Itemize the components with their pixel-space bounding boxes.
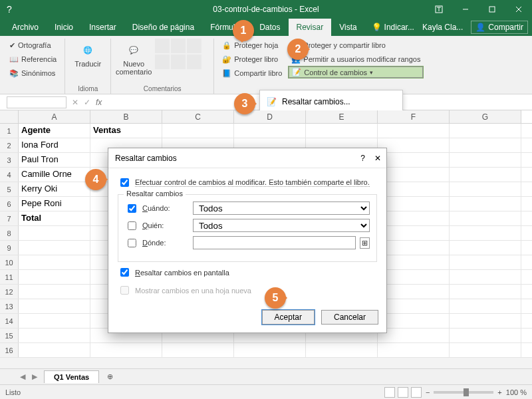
prev-comment-icon[interactable] [171, 39, 186, 53]
grid-row[interactable]: 16 [0, 343, 532, 358]
col-header-c[interactable]: C [162, 110, 234, 123]
cell[interactable] [450, 314, 521, 328]
row-header[interactable]: 13 [0, 299, 19, 313]
zoom-slider[interactable] [434, 391, 493, 394]
cell[interactable] [19, 299, 90, 313]
cell[interactable] [378, 182, 450, 196]
cell[interactable] [378, 226, 450, 240]
cell[interactable] [378, 329, 450, 342]
cell[interactable]: Agente [19, 124, 90, 138]
delete-comment-icon[interactable] [155, 39, 170, 53]
help-icon[interactable]: ? [7, 4, 12, 15]
cell[interactable] [378, 124, 450, 138]
cell[interactable] [450, 153, 521, 167]
when-select[interactable]: Todos [193, 201, 370, 215]
row-header[interactable]: 5 [0, 182, 19, 196]
show-ink-icon[interactable] [187, 55, 201, 69]
col-header-e[interactable]: E [306, 110, 378, 123]
row-header[interactable]: 14 [0, 314, 19, 328]
tab-inicio[interactable]: Inicio [47, 19, 81, 36]
tab-nav-next-icon[interactable]: ▶ [32, 372, 37, 381]
cell[interactable] [90, 343, 162, 357]
row-header[interactable]: 8 [0, 226, 19, 240]
select-all-corner[interactable] [0, 110, 19, 123]
maximize-button[interactable] [479, 0, 505, 19]
zoom-in-button[interactable]: + [497, 388, 501, 396]
ribbon-options-icon[interactable] [426, 0, 452, 19]
cell[interactable] [450, 255, 521, 269]
cell[interactable] [450, 211, 521, 225]
cell[interactable] [378, 314, 450, 328]
cell[interactable] [378, 343, 450, 357]
who-checkbox[interactable] [128, 221, 136, 230]
cell[interactable]: Paul Tron [19, 153, 90, 167]
synonyms-button[interactable]: 📚Sinónimos [7, 66, 59, 80]
view-normal-icon[interactable] [384, 387, 395, 398]
protect-sheet-button[interactable]: 🔒Proteger hoja [219, 39, 285, 52]
tab-insertar[interactable]: Insertar [81, 19, 124, 36]
row-header[interactable]: 11 [0, 270, 19, 284]
row-header[interactable]: 6 [0, 197, 19, 211]
cell[interactable] [450, 182, 521, 196]
tab-diseno[interactable]: Diseño de página [124, 19, 202, 36]
cell[interactable] [378, 197, 450, 211]
fx-icon[interactable]: fx [96, 98, 102, 107]
cell[interactable] [19, 343, 90, 357]
row-header[interactable]: 16 [0, 343, 19, 357]
row-header[interactable]: 3 [0, 153, 19, 167]
minimize-button[interactable] [452, 0, 479, 19]
cell[interactable] [378, 270, 450, 284]
close-button[interactable] [505, 0, 532, 19]
row-header[interactable]: 9 [0, 241, 19, 255]
tab-vista[interactable]: Vista [331, 19, 364, 36]
tab-nav-prev-icon[interactable]: ◀ [20, 372, 25, 381]
cell[interactable] [306, 343, 378, 357]
cell[interactable] [19, 226, 90, 240]
comment-nav-buttons[interactable] [155, 39, 208, 69]
cell[interactable] [19, 241, 90, 255]
row-header[interactable]: 15 [0, 329, 19, 342]
row-header[interactable]: 10 [0, 255, 19, 269]
spelling-button[interactable]: ✔Ortografía [7, 39, 59, 52]
view-page-break-icon[interactable] [411, 387, 422, 398]
view-page-layout-icon[interactable] [398, 387, 408, 398]
row-header[interactable]: 7 [0, 211, 19, 225]
track-changes-button[interactable]: 📝Control de cambios▾ [289, 66, 423, 78]
tell-me[interactable]: 💡 Indicar... [372, 23, 414, 32]
cell[interactable] [378, 168, 450, 182]
add-sheet-button[interactable]: ⊕ [102, 370, 118, 383]
cell[interactable]: Kerry Oki [19, 182, 90, 196]
next-comment-icon[interactable] [187, 39, 201, 53]
grid-row[interactable]: 1AgenteVentas [0, 124, 532, 138]
cell[interactable] [450, 197, 521, 211]
share-book-button[interactable]: 📘Compartir libro [219, 66, 285, 80]
new-comment-button[interactable]: 💬 Nuevo comentario [116, 39, 151, 76]
translate-button[interactable]: 🌐 Traducir [70, 39, 105, 68]
account-name[interactable]: Kayla Cla... [422, 23, 463, 32]
cell[interactable] [450, 285, 521, 299]
cell[interactable] [450, 299, 521, 313]
highlight-on-screen-checkbox[interactable] [120, 268, 129, 277]
cell[interactable]: Total [19, 211, 90, 225]
menu-highlight-changes[interactable]: 📝 Resaltar cambios... [260, 94, 402, 109]
show-all-comments-icon[interactable] [171, 55, 186, 69]
when-checkbox[interactable] [128, 204, 136, 213]
cell[interactable] [378, 299, 450, 313]
cell[interactable] [162, 343, 234, 357]
show-comment-icon[interactable] [155, 55, 170, 69]
cell[interactable] [450, 124, 521, 138]
zoom-out-button[interactable]: − [426, 388, 430, 396]
cell[interactable]: Camille Orne [19, 168, 90, 182]
row-header[interactable]: 1 [0, 124, 19, 138]
protect-book-button[interactable]: 🔐Proteger libro [219, 53, 285, 66]
ok-button[interactable]: Aceptar [262, 310, 315, 325]
cell[interactable] [378, 153, 450, 167]
where-input[interactable] [193, 236, 356, 249]
row-header[interactable]: 2 [0, 138, 19, 152]
enter-formula-icon[interactable]: ✓ [84, 98, 90, 107]
cancel-button[interactable]: Cancelar [321, 310, 378, 325]
cell[interactable] [450, 329, 521, 342]
cancel-formula-icon[interactable]: ✕ [72, 98, 78, 107]
cell[interactable] [162, 124, 234, 138]
share-button[interactable]: 👤 Compartir [471, 21, 528, 34]
